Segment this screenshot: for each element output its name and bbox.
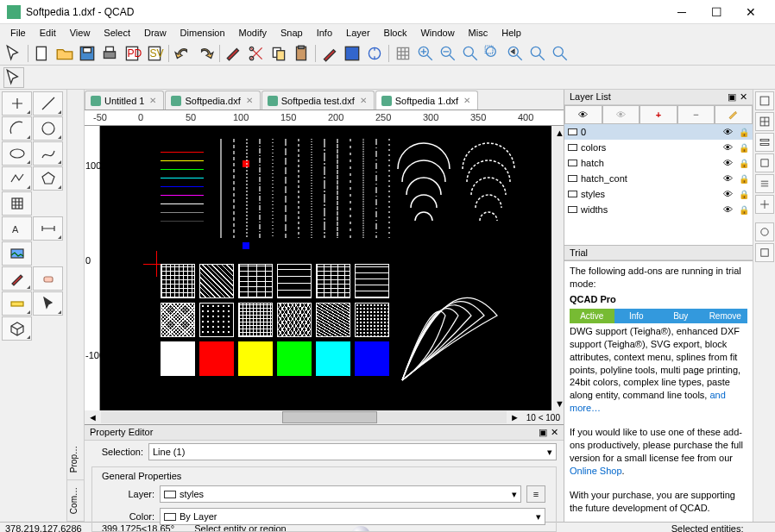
panel-button-8[interactable] [755,243,774,262]
zoom-extents-button[interactable] [460,43,481,64]
grid-button[interactable] [393,43,413,64]
cursor-tool-button[interactable] [3,67,24,88]
menu-misc[interactable]: Misc [462,26,495,40]
visibility-icon[interactable]: 👁 [723,127,735,137]
layer-row-widths[interactable]: widths👁🔒 [564,202,753,217]
trial-info-button[interactable]: Info [614,309,659,324]
edit-layer-button[interactable] [715,105,753,124]
trial-remove-button[interactable]: Remove [703,309,748,324]
spline-tool[interactable] [33,141,63,166]
pen-button[interactable] [319,43,340,64]
lock-icon[interactable]: 🔒 [739,159,749,168]
image-tool[interactable] [2,241,32,266]
zoom-prev-button[interactable] [505,43,526,64]
panel-button-5[interactable] [755,174,774,193]
lock-icon[interactable]: 🔒 [739,190,749,199]
tab-softpedia[interactable]: Softpedia.dxf✕ [165,91,260,110]
undo-button[interactable] [173,43,193,64]
text-tool[interactable]: A [2,216,32,241]
hide-all-button[interactable]: 👁 [602,105,640,124]
menu-file[interactable]: File [3,26,33,40]
menu-view[interactable]: View [63,26,98,40]
visibility-icon[interactable]: 👁 [723,189,735,199]
trial-active-button[interactable]: Active [570,309,614,324]
menu-edit[interactable]: Edit [33,26,63,40]
horizontal-scrollbar[interactable]: ◄ ► 10 < 100 [85,410,564,424]
zoom-in-button[interactable] [415,43,436,64]
undock-icon[interactable]: ▣ [535,427,551,437]
dimension-tool[interactable] [33,216,63,241]
measure-tool[interactable] [2,291,32,316]
selection-dropdown[interactable]: Line (1)▾ [148,443,557,460]
lock-icon[interactable]: 🔒 [739,174,749,184]
trial-buy-button[interactable]: Buy [658,309,703,324]
modify-tool[interactable] [2,266,32,291]
arc-tool[interactable] [2,116,32,141]
zoom-window-button[interactable] [482,43,503,64]
lock-icon[interactable]: 🔒 [739,128,749,137]
zoom-out-button[interactable] [438,43,458,64]
menu-info[interactable]: Info [310,26,339,40]
layer-row-styles[interactable]: styles👁🔒 [564,186,753,202]
tab-untitled1[interactable]: Untitled 1✕ [85,91,164,110]
maximize-button[interactable]: ☐ [699,2,734,22]
visibility-icon[interactable]: 👁 [723,173,735,184]
isometric-tool[interactable] [2,316,32,341]
close-icon[interactable]: ✕ [740,91,747,102]
close-icon[interactable]: ✕ [148,96,158,105]
open-button[interactable] [54,43,75,64]
undock-icon[interactable]: ▣ [724,91,740,102]
edit-button[interactable] [224,43,244,64]
lock-icon[interactable]: 🔒 [739,143,749,153]
layer-row-colors[interactable]: colors👁🔒 [564,140,753,155]
close-icon[interactable]: ✕ [462,96,472,105]
visibility-icon[interactable]: 👁 [723,204,735,215]
select-tool[interactable] [33,291,63,316]
panel-button-6[interactable] [755,195,774,214]
menu-draw[interactable]: Draw [137,26,173,40]
layer-settings-button[interactable]: ≡ [526,485,545,503]
panel-button-4[interactable] [755,153,774,172]
erase-tool[interactable] [33,266,63,291]
copy-button[interactable] [268,43,289,64]
remove-layer-button[interactable]: − [677,105,715,124]
close-button[interactable]: ✕ [734,2,768,22]
visibility-icon[interactable]: 👁 [723,142,735,153]
ellipse-tool[interactable] [2,141,32,166]
visibility-icon[interactable]: 👁 [723,158,735,168]
cut-button[interactable] [246,43,267,64]
lock-icon[interactable]: 🔒 [739,205,749,215]
menu-help[interactable]: Help [495,26,528,40]
menu-block[interactable]: Block [377,26,414,40]
print-button[interactable] [99,43,120,64]
layer-panel-button[interactable] [755,91,774,110]
pointer-button[interactable] [3,43,24,64]
point-tool[interactable] [2,91,32,116]
menu-window[interactable]: Window [413,26,461,40]
add-layer-button[interactable]: + [640,105,677,124]
close-icon[interactable]: ✕ [551,427,558,437]
redo-button[interactable] [195,43,216,64]
tab-softpedia-test[interactable]: Softpedia test.dxf✕ [261,91,375,110]
circle-tool[interactable] [33,116,63,141]
menu-layer[interactable]: Layer [339,26,377,40]
menu-snap[interactable]: Snap [274,26,310,40]
layer-row-hatchcont[interactable]: hatch_cont👁🔒 [564,171,753,186]
close-icon[interactable]: ✕ [358,96,369,105]
menu-select[interactable]: Select [97,26,137,40]
color-dropdown[interactable]: By Layer▾ [160,508,545,525]
layer-row-hatch[interactable]: hatch👁🔒 [564,155,753,171]
pdf-button[interactable]: PDF [122,43,142,64]
online-shop-link[interactable]: Online Shop [570,466,622,476]
paste-button[interactable] [291,43,312,64]
sidetab-property[interactable]: Prop… [67,439,84,480]
hatch-tool[interactable] [2,191,32,216]
menu-modify[interactable]: Modify [232,26,274,40]
vertical-scrollbar[interactable]: ▲▼ [551,126,564,410]
tab-softpedia1[interactable]: Softpedia 1.dxf✕ [375,91,478,110]
layer-row-0[interactable]: 0👁🔒 [564,124,753,140]
regen-button[interactable] [364,43,385,64]
block-panel-button[interactable] [755,112,774,131]
layer-dropdown[interactable]: styles▾ [160,485,521,503]
new-button[interactable] [32,43,53,64]
